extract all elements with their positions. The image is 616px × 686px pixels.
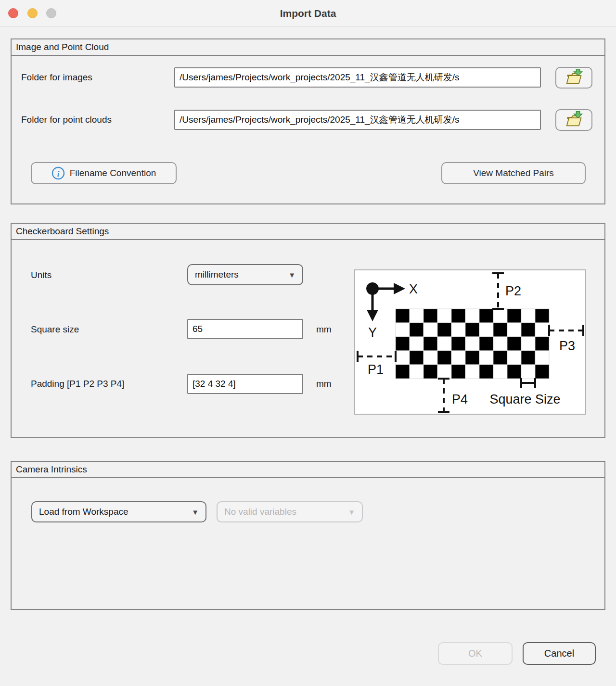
padding-input[interactable]: [187, 374, 303, 394]
square-size-input[interactable]: [187, 319, 303, 339]
checkerboard-diagram: X Y P2 P3 P1 P4: [354, 269, 586, 415]
p1-label: P1: [368, 362, 384, 377]
chevron-down-icon: ▼: [348, 508, 355, 516]
section-image-point-cloud: Image and Point Cloud Folder for images …: [11, 38, 605, 204]
intrinsics-source-dropdown[interactable]: Load from Workspace ▼: [31, 501, 206, 522]
intrinsics-source-value: Load from Workspace: [39, 507, 128, 517]
view-matched-pairs-button[interactable]: View Matched Pairs: [441, 162, 586, 184]
padding-label: Padding [P1 P2 P3 P4]: [31, 379, 124, 389]
x-axis-label: X: [409, 282, 418, 296]
folder-images-label: Folder for images: [21, 72, 92, 83]
units-value: millimeters: [195, 269, 239, 280]
section-title-camera-intrinsics: Camera Intrinsics: [12, 462, 604, 478]
padding-unit: mm: [316, 379, 332, 389]
chevron-down-icon: ▼: [192, 508, 199, 516]
window-title: Import Data: [0, 0, 616, 26]
y-axis-label: Y: [368, 325, 377, 340]
checkerboard-diagram-svg: X Y P2 P3 P1 P4: [355, 270, 585, 414]
chevron-down-icon: ▼: [288, 271, 295, 279]
square-size-diagram-label: Square Size: [489, 392, 560, 407]
info-icon: i: [51, 166, 65, 180]
minimize-button[interactable]: [27, 8, 38, 18]
checkerboard-squares: [396, 309, 549, 379]
p2-label: P2: [505, 284, 521, 298]
title-bar: Import Data: [0, 0, 616, 26]
section-title-image-point-cloud: Image and Point Cloud: [12, 39, 604, 56]
units-dropdown[interactable]: millimeters ▼: [187, 264, 303, 285]
intrinsics-variable-value: No valid variables: [224, 507, 296, 517]
cancel-button[interactable]: Cancel: [523, 642, 596, 665]
folder-pointclouds-label: Folder for point clouds: [21, 114, 112, 125]
filename-convention-label: Filename Convention: [70, 168, 156, 178]
x-axis-arrow-icon: [394, 283, 405, 294]
folder-import-icon: [564, 110, 584, 130]
svg-text:i: i: [57, 169, 59, 178]
p4-label: P4: [452, 392, 468, 407]
units-label: Units: [31, 270, 51, 280]
ok-button[interactable]: OK: [438, 642, 513, 665]
folder-pointclouds-input[interactable]: [174, 110, 541, 130]
browse-pointclouds-button[interactable]: [555, 109, 592, 131]
section-camera-intrinsics: Camera Intrinsics Load from Workspace ▼ …: [11, 461, 605, 610]
section-checkerboard-settings: Checkerboard Settings Units millimeters …: [11, 223, 605, 438]
section-title-checkerboard: Checkerboard Settings: [12, 224, 604, 240]
close-button[interactable]: [8, 8, 18, 18]
folder-images-input[interactable]: [174, 67, 541, 88]
filename-convention-button[interactable]: i Filename Convention: [31, 162, 177, 184]
fullscreen-button[interactable]: [46, 8, 56, 18]
p3-label: P3: [559, 339, 575, 353]
folder-import-icon: [564, 68, 584, 88]
square-size-label: Square size: [31, 324, 79, 335]
intrinsics-variable-dropdown[interactable]: No valid variables ▼: [217, 501, 363, 522]
square-size-unit: mm: [316, 324, 332, 335]
browse-images-button[interactable]: [555, 67, 592, 89]
y-axis-arrow-icon: [367, 310, 378, 321]
view-matched-pairs-label: View Matched Pairs: [473, 168, 554, 178]
